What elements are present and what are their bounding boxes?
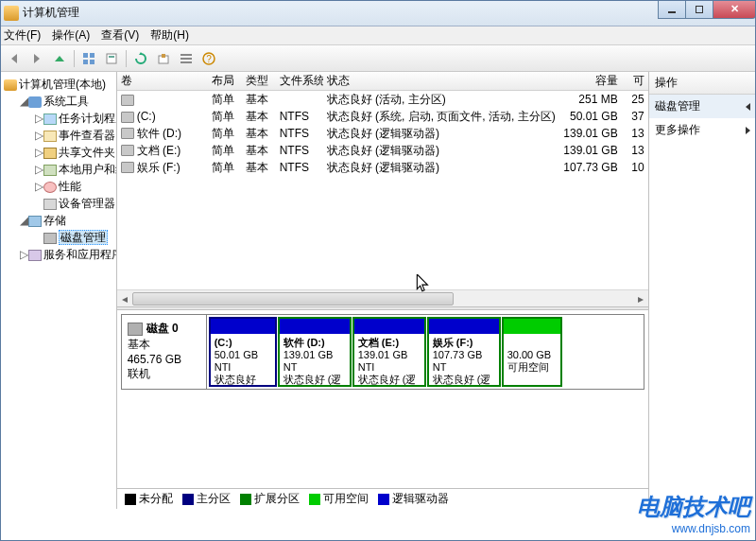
volume-list-header: 卷 布局 类型 文件系统 状态 容量 可 [117,72,648,91]
volume-row[interactable]: (C:)简单基本NTFS状态良好 (系统, 启动, 页面文件, 活动, 主分区)… [117,108,648,125]
disk-label: 磁盘 0 [146,321,179,337]
disk-type: 基本 [128,337,200,353]
disk-status: 联机 [128,366,200,382]
actions-panel: 操作 磁盘管理 更多操作 [649,72,756,509]
svg-rect-7 [180,54,192,56]
tree-storage[interactable]: ◢存储 磁盘管理 [19,212,114,246]
col-filesystem[interactable]: 文件系统 [276,73,323,89]
actions-header: 操作 [649,72,756,95]
legend-logical: 逻辑驱动器 [378,491,449,507]
col-status[interactable]: 状态 [323,73,559,89]
legend-primary: 主分区 [182,491,231,507]
toolbar: ? [0,45,756,72]
volume-row[interactable]: 娱乐 (F:)简单基本NTFS状态良好 (逻辑驱动器)107.73 GB10 [117,159,648,176]
help-icon[interactable]: ? [198,48,219,69]
col-free[interactable]: 可 [622,73,648,89]
window-controls: ✕ [659,0,756,19]
maximize-button[interactable] [685,0,713,19]
disk-info: 磁盘 0 基本 465.76 GB 联机 [122,315,207,389]
main-area: 计算机管理(本地) ◢系统工具 ▷任务计划程序 ▷事件查看器 ▷共享文件夹 ▷本… [0,72,756,509]
partition[interactable]: 30.00 GB可用空间 [502,317,562,387]
col-capacity[interactable]: 容量 [559,73,622,89]
menu-action[interactable]: 操作(A) [52,27,90,44]
actions-diskmgmt[interactable]: 磁盘管理 [649,95,756,118]
nav-tree: 计算机管理(本地) ◢系统工具 ▷任务计划程序 ▷事件查看器 ▷共享文件夹 ▷本… [0,72,117,509]
partition[interactable]: 软件 (D:)139.01 GB NT状态良好 (逻辑 [278,317,352,387]
export-icon[interactable] [153,48,174,69]
titlebar: 计算机管理 ✕ [0,0,756,26]
properties-icon[interactable] [101,48,122,69]
svg-rect-8 [180,58,192,60]
disk-map: 磁盘 0 基本 465.76 GB 联机 (C:)50.01 GB NTI状态良… [117,310,648,488]
watermark-main: 电脑技术吧 [637,492,750,522]
center-panel: 卷 布局 类型 文件系统 状态 容量 可 简单基本状态良好 (活动, 主分区)2… [117,72,649,509]
partition[interactable]: (C:)50.01 GB NTI状态良好 (系统 [209,317,277,387]
tree-device-manager[interactable]: 设备管理器 [34,195,114,212]
svg-rect-2 [83,60,88,64]
actions-more[interactable]: 更多操作 [649,118,756,142]
close-button[interactable]: ✕ [713,0,756,19]
up-button[interactable] [49,48,70,69]
volume-row[interactable]: 简单基本状态良好 (活动, 主分区)251 MB25 [117,91,648,108]
app-icon [4,6,19,21]
disk-icon [128,323,143,336]
col-layout[interactable]: 布局 [208,73,242,89]
minimize-button[interactable] [658,0,686,19]
svg-rect-1 [90,53,94,58]
list-icon[interactable] [176,48,197,69]
tree-performance[interactable]: ▷性能 [34,178,114,195]
svg-text:?: ? [206,54,212,64]
watermark: 电脑技术吧 www.dnjsb.com [637,492,750,535]
svg-rect-5 [109,56,114,58]
tree-event-viewer[interactable]: ▷事件查看器 [34,127,114,144]
partition[interactable]: 娱乐 (F:)107.73 GB NT状态良好 (逻辑 [427,317,501,387]
tree-root[interactable]: 计算机管理(本地) ◢系统工具 ▷任务计划程序 ▷事件查看器 ▷共享文件夹 ▷本… [4,76,114,263]
col-volume[interactable]: 卷 [117,73,208,89]
tree-task-scheduler[interactable]: ▷任务计划程序 [34,110,114,127]
disk-partitions: (C:)50.01 GB NTI状态良好 (系统软件 (D:)139.01 GB… [207,315,644,389]
legend: 未分配 主分区 扩展分区 可用空间 逻辑驱动器 [117,488,648,509]
svg-rect-4 [107,54,116,63]
volume-list-body: 简单基本状态良好 (活动, 主分区)251 MB25(C:)简单基本NTFS状态… [117,91,648,289]
tree-services[interactable]: ▷服务和应用程序 [19,246,114,263]
watermark-sub: www.dnjsb.com [637,522,750,535]
menu-view[interactable]: 查看(V) [101,27,139,44]
window-title: 计算机管理 [23,5,79,21]
svg-rect-0 [83,53,88,58]
volume-row[interactable]: 文档 (E:)简单基本NTFS状态良好 (逻辑驱动器)139.01 GB13 [117,142,648,159]
tree-shared-folders[interactable]: ▷共享文件夹 [34,144,114,161]
disk-row[interactable]: 磁盘 0 基本 465.76 GB 联机 (C:)50.01 GB NTI状态良… [121,314,644,390]
menu-file[interactable]: 文件(F) [4,27,41,44]
tree-disk-management[interactable]: 磁盘管理 [34,229,114,246]
svg-rect-3 [90,60,94,64]
tree-system-tools[interactable]: ◢系统工具 ▷任务计划程序 ▷事件查看器 ▷共享文件夹 ▷本地用户和组 ▷性能 … [19,93,114,212]
view-grid-icon[interactable] [78,48,99,69]
svg-rect-9 [180,61,192,63]
tree-local-users[interactable]: ▷本地用户和组 [34,161,114,178]
disk-size: 465.76 GB [128,353,200,366]
menubar: 文件(F) 操作(A) 查看(V) 帮助(H) [0,26,756,45]
forward-button[interactable] [26,48,47,69]
legend-unallocated: 未分配 [125,491,173,507]
legend-extended: 扩展分区 [240,491,300,507]
legend-free: 可用空间 [309,491,369,507]
back-button[interactable] [4,48,25,69]
refresh-icon[interactable] [130,48,151,69]
volume-list: 卷 布局 类型 文件系统 状态 容量 可 简单基本状态良好 (活动, 主分区)2… [117,72,648,306]
volume-row[interactable]: 软件 (D:)简单基本NTFS状态良好 (逻辑驱动器)139.01 GB13 [117,125,648,142]
menu-help[interactable]: 帮助(H) [150,27,189,44]
partition[interactable]: 文档 (E:)139.01 GB NTI状态良好 (逻辑 [352,317,426,387]
col-type[interactable]: 类型 [242,73,276,89]
horizontal-scrollbar[interactable]: ◂▸ [117,289,648,306]
